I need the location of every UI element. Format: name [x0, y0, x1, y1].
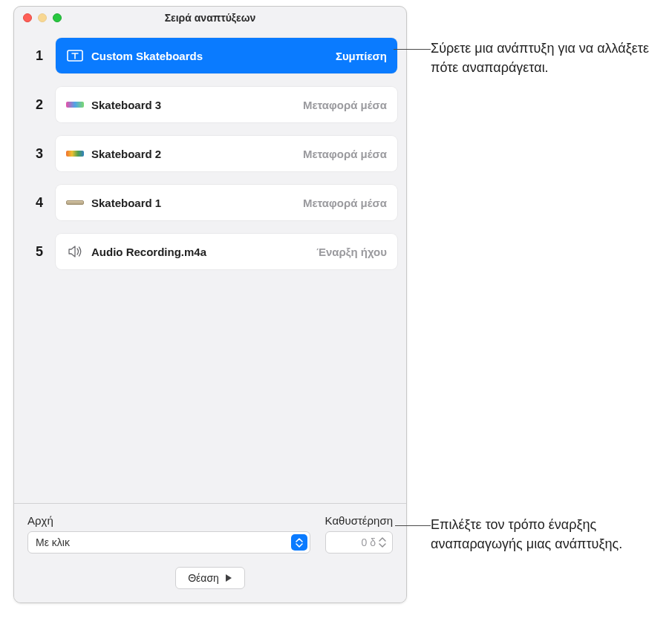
stepper-arrows-icon: [379, 533, 389, 551]
row-index: 5: [23, 244, 56, 260]
zoom-icon[interactable]: [53, 13, 62, 22]
start-label: Αρχή: [27, 514, 310, 527]
build-item-effect: Συμπίεση: [336, 50, 387, 62]
window-title: Σειρά αναπτύξεων: [22, 12, 399, 24]
textbox-icon: [66, 50, 84, 62]
build-item-name: Skateboard 2: [91, 148, 296, 160]
thumbnail-icon: [66, 99, 84, 111]
delay-label: Καθυστέρηση: [325, 514, 393, 527]
build-row: 3 Skateboard 2 Μεταφορά μέσα: [23, 136, 397, 171]
build-item-name: Custom Skateboards: [91, 50, 328, 62]
callout-start: Επιλέξτε τον τρόπο έναρξης αναπαραγωγής …: [395, 515, 653, 554]
minimize-icon[interactable]: [38, 13, 47, 22]
build-item-name: Skateboard 3: [91, 99, 296, 111]
build-row: 5 Audio Recording.m4a Έναρξη ήχου: [23, 234, 397, 269]
build-item-effect: Μεταφορά μέσα: [303, 99, 387, 111]
callout-text: Επιλέξτε τον τρόπο έναρξης αναπαραγωγής …: [431, 515, 653, 554]
callout-text: Σύρετε μια ανάπτυξη για να αλλάξετε πότε…: [431, 39, 653, 77]
chevron-up-down-icon: [291, 534, 307, 551]
start-select-value: Με κλικ: [36, 536, 70, 548]
build-item[interactable]: Skateboard 1 Μεταφορά μέσα: [56, 185, 397, 220]
delay-stepper[interactable]: 0 δ: [325, 531, 393, 554]
build-item[interactable]: Skateboard 2 Μεταφορά μέσα: [56, 136, 397, 171]
preview-button-label: Θέαση: [188, 572, 219, 584]
thumbnail-icon: [66, 197, 84, 208]
row-index: 4: [23, 195, 56, 211]
build-item-effect: Έναρξη ήχου: [316, 246, 387, 258]
build-row: 2 Skateboard 3 Μεταφορά μέσα: [23, 87, 397, 122]
build-order-window: Σειρά αναπτύξεων 1 Custom Skateboards Συ…: [13, 6, 407, 603]
close-icon[interactable]: [23, 13, 32, 22]
build-row: 4 Skateboard 1 Μεταφορά μέσα: [23, 185, 397, 220]
audio-icon: [66, 246, 84, 257]
build-list: 1 Custom Skateboards Συμπίεση 2 Skateboa…: [14, 29, 406, 503]
build-item[interactable]: Skateboard 3 Μεταφορά μέσα: [56, 87, 397, 122]
row-index: 3: [23, 146, 56, 162]
build-row: 1 Custom Skateboards Συμπίεση: [23, 38, 397, 73]
callout-drag: Σύρετε μια ανάπτυξη για να αλλάξετε πότε…: [394, 39, 653, 77]
callout-line: [395, 525, 431, 526]
start-select[interactable]: Με κλικ: [27, 531, 310, 554]
build-item-effect: Μεταφορά μέσα: [303, 197, 387, 209]
build-item-effect: Μεταφορά μέσα: [303, 148, 387, 160]
footer-controls: Αρχή Με κλικ Καθυστέρηση 0 δ: [14, 503, 406, 602]
delay-value: 0 δ: [362, 536, 376, 548]
preview-button[interactable]: Θέαση: [175, 567, 245, 589]
thumbnail-icon: [66, 148, 84, 160]
titlebar: Σειρά αναπτύξεων: [14, 7, 406, 29]
row-index: 2: [23, 97, 56, 113]
build-item[interactable]: Custom Skateboards Συμπίεση: [56, 38, 397, 73]
build-item-name: Audio Recording.m4a: [91, 246, 309, 258]
play-icon: [225, 574, 232, 582]
build-item-name: Skateboard 1: [91, 197, 296, 209]
callout-line: [394, 49, 431, 50]
row-index: 1: [23, 48, 56, 64]
window-controls: [23, 13, 62, 22]
build-item[interactable]: Audio Recording.m4a Έναρξη ήχου: [56, 234, 397, 269]
